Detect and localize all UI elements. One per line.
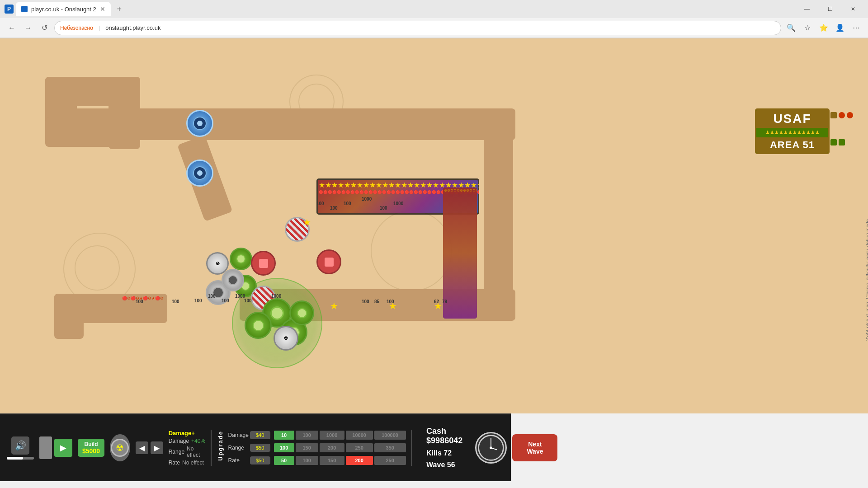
tab-close-button[interactable]: ✕	[100, 5, 105, 13]
damage-plus-label: Damage+	[169, 430, 195, 436]
damage-number: 100	[172, 299, 179, 304]
close-window-button[interactable]: ✕	[843, 2, 863, 16]
tab-title: playr.co.uk - Onslaught 2	[31, 6, 96, 13]
forward-button[interactable]: →	[22, 22, 34, 34]
sound-fill	[7, 457, 23, 460]
star-enemy-1: ★	[330, 300, 338, 311]
tower-silver-2[interactable]	[222, 269, 244, 291]
tower-preview[interactable]: ☢	[110, 434, 130, 461]
damage-number: 100	[136, 299, 143, 304]
damage-number: 100	[380, 206, 387, 211]
next-wave-button[interactable]: Next Wave	[512, 434, 557, 461]
bg-decoration	[75, 245, 120, 291]
upgrade-damage-bars: 10 100 1000 10000 100000	[274, 431, 406, 440]
range-label: Range	[169, 449, 184, 455]
damage-seg-1: 10	[274, 431, 294, 440]
bookmark-star-button[interactable]: ☆	[801, 22, 814, 34]
damage-seg-4: 10000	[346, 431, 373, 440]
next-wave-label: Next Wave	[521, 441, 548, 455]
active-tab[interactable]: playr.co.uk - Onslaught 2 ✕	[16, 2, 111, 16]
upgrade-range-row: Range $50 100 150 200 250 350	[228, 443, 406, 452]
rate-seg-5: 250	[374, 456, 406, 465]
tower-blue-1[interactable]	[186, 110, 213, 137]
nav-arrows: ◀ ▶	[136, 441, 163, 454]
damage-value: +40%	[191, 438, 205, 444]
tower-green-1[interactable]	[230, 248, 252, 270]
build-label: Build	[84, 441, 98, 447]
upgrade-section: Upgrade Damage $40 10 100 1000 10000 100…	[217, 431, 406, 465]
tower-blue-2[interactable]	[186, 160, 213, 187]
upgrade-damage-row: Damage $40 10 100 1000 10000 100000	[228, 431, 406, 440]
profile-button[interactable]: 👤	[834, 22, 846, 34]
sound-icon[interactable]: 🔊	[11, 436, 29, 455]
minimize-button[interactable]: —	[797, 2, 817, 16]
rate-value: No effect	[182, 460, 204, 466]
map-card: USAF ♟♟♟♟♟♟♟♟♟♟♟♟ AREA 51	[755, 108, 830, 154]
nav-bar: ← → ↺ Небезопасно | onslaught.playr.co.u…	[0, 18, 868, 38]
tab-favicon	[21, 6, 28, 12]
path-segment	[45, 117, 140, 147]
sound-control: 🔊	[7, 436, 34, 460]
path-segment	[484, 108, 513, 298]
enemy-cluster-right: ⚙⚙⚙⚙⚙⚙⚙⚙⚙⚙⚙⚙⚙⚙⚙⚙⚙⚙⚙⚙⚙⚙⚙⚙⚙⚙⚙⚙⚙⚙⚙⚙⚙⚙⚙⚙⚙⚙⚙⚙…	[443, 188, 477, 319]
damage-number: 100	[222, 298, 229, 303]
hud-main-left: 🔊 ▶ Build $5000 ☢	[7, 427, 557, 469]
security-warning: Небезопасно	[60, 25, 93, 31]
reload-button[interactable]: ↺	[38, 22, 51, 34]
game-timer	[475, 432, 507, 464]
damage-seg-3: 1000	[320, 431, 344, 440]
sound-slider[interactable]	[7, 457, 34, 460]
build-button[interactable]: Build $5000	[78, 439, 104, 457]
tower-red-2[interactable]	[316, 249, 341, 274]
maximize-button[interactable]: ☐	[820, 2, 840, 16]
play-button[interactable]: ▶	[54, 439, 72, 457]
damage-number: 85	[374, 299, 379, 304]
damage-number: 100	[362, 299, 369, 304]
map-card-persons: ♟♟♟♟♟♟♟♟♟♟♟♟	[759, 130, 826, 136]
tower-red-1[interactable]	[251, 251, 276, 276]
address-bar[interactable]: Небезопасно | onslaught.playr.co.uk	[54, 21, 781, 35]
damage-number: 100	[208, 294, 216, 299]
prev-arrow[interactable]: ◀	[136, 441, 148, 454]
damage-label: Damage	[169, 438, 189, 444]
kills-value: Kills 72	[426, 449, 452, 457]
damage-number: 100	[344, 201, 351, 206]
damage-info: Damage+ Damage +40% Range No effect Rate…	[169, 430, 205, 466]
rate-seg-3: 150	[320, 456, 344, 465]
next-arrow[interactable]: ▶	[151, 441, 163, 454]
upgrade-rate-button[interactable]: $50	[250, 456, 270, 465]
url-text: onslaught.playr.co.uk	[105, 24, 160, 31]
map-card-title: USAF	[756, 110, 828, 128]
upgrade-damage-button[interactable]: $40	[250, 431, 270, 439]
damage-number: 1000	[235, 294, 245, 299]
zoom-button[interactable]: 🔍	[785, 22, 797, 34]
damage-number: 100	[244, 298, 252, 303]
tower-nuclear-2[interactable]: ☢	[274, 326, 298, 351]
damage-seg-2: 100	[296, 431, 318, 440]
game-container[interactable]: ☢ ☢	[0, 38, 868, 481]
browser-chrome: P playr.co.uk - Onslaught 2 ✕ + — ☐ ✕ ← …	[0, 0, 868, 38]
damage-number: 100	[387, 299, 394, 304]
damage-number: 79	[442, 299, 447, 304]
game-canvas[interactable]: ☢ ☢	[0, 38, 868, 413]
upgrade-range-label: Range	[228, 445, 246, 451]
back-button[interactable]: ←	[5, 22, 18, 34]
map-dots	[830, 112, 853, 145]
build-cost: $5000	[82, 447, 100, 455]
rate-seg-1: 50	[274, 456, 294, 465]
tower-green-large-2[interactable]	[245, 312, 272, 339]
kills-row: Kills 72	[426, 449, 470, 457]
tower-green-large-4[interactable]	[289, 300, 314, 325]
bookmarks-button[interactable]: ⭐	[817, 22, 830, 34]
range-seg-2: 150	[296, 443, 318, 452]
upgrade-range-button[interactable]: $50	[250, 444, 270, 452]
pause-bar	[39, 436, 52, 459]
hud-panel: 🔊 ▶ Build $5000 ☢	[0, 413, 511, 481]
upgrade-damage-label: Damage	[228, 432, 246, 438]
map-card-subtitle: AREA 51	[756, 137, 828, 153]
hud-divider-2	[411, 430, 412, 466]
debug-text: 2348-plob-d, map: Classic, difficulty: e…	[865, 219, 868, 341]
menu-button[interactable]: ⋯	[850, 22, 863, 34]
address-separator: |	[99, 24, 100, 31]
new-tab-button[interactable]: +	[113, 3, 126, 15]
